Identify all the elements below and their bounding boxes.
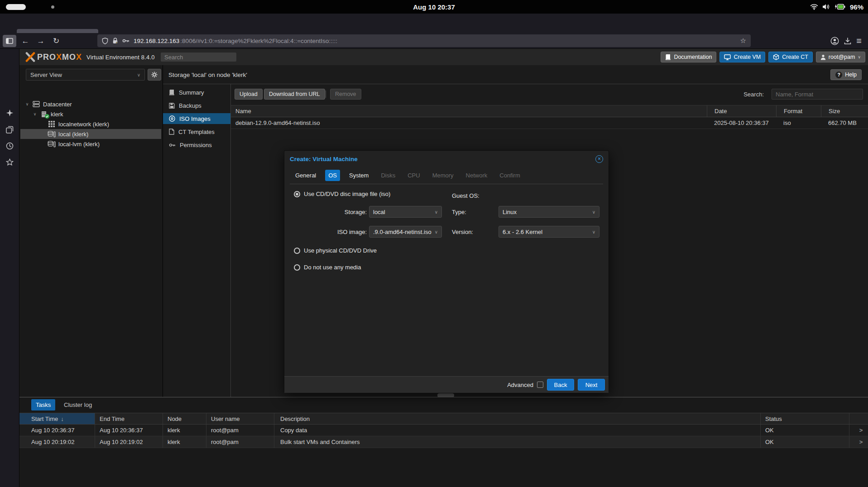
chevron-down-icon: ∨	[592, 229, 595, 234]
option-use-iso[interactable]: Use CD/DVD disc image file (iso)	[294, 191, 390, 197]
reload-button[interactable]: ↻	[50, 35, 62, 47]
url-host: 192.168.122.163	[134, 38, 179, 44]
option-physical-drive[interactable]: Use physical CD/DVD Drive	[294, 247, 377, 254]
save-to-library-icon[interactable]	[844, 37, 852, 45]
tree-config-gear-button[interactable]	[148, 69, 161, 81]
system-clock[interactable]: Aug 10 20:37	[0, 0, 868, 14]
tab-os[interactable]: OS	[325, 170, 340, 181]
iso-search-input[interactable]	[772, 89, 863, 100]
tasks-table-header[interactable]: Start Time↓ End Time Node User name Desc…	[19, 413, 868, 425]
proxmox-x-icon	[25, 52, 36, 62]
tasks-panel: Tasks Cluster log Start Time↓ End Time N…	[19, 397, 868, 487]
iso-table-header[interactable]: Name Date Format Size	[231, 105, 868, 117]
chevron-down-icon: ∨	[435, 210, 438, 215]
question-icon: ?	[835, 72, 842, 78]
system-top-bar: Aug 10 20:37 96%	[0, 0, 868, 14]
tree-item-storage-local[interactable]: local (klerk)	[20, 129, 161, 139]
iso-format: iso	[776, 117, 821, 129]
account-icon[interactable]	[830, 37, 839, 45]
column-header-date: Date	[707, 105, 776, 117]
network-grid-icon	[48, 120, 56, 128]
back-button[interactable]: Back	[547, 379, 574, 391]
splitter-handle[interactable]	[437, 393, 454, 397]
bookmark-star-icon[interactable]: ☆	[740, 37, 746, 45]
dialog-close-icon[interactable]: ×	[595, 155, 603, 163]
chevron-down-icon: ∨	[435, 229, 438, 234]
battery-percent: 96%	[850, 3, 863, 11]
task-row[interactable]: Aug 10 20:36:37 Aug 10 20:36:37 klerk ro…	[19, 425, 868, 436]
node-icon	[40, 110, 48, 118]
storage-select[interactable]: local ∨	[369, 206, 442, 218]
radio-icon	[294, 248, 300, 254]
column-header-name: Name	[231, 105, 707, 117]
ai-sparkle-icon[interactable]	[5, 108, 15, 118]
tab-memory[interactable]: Memory	[429, 170, 457, 181]
tree-item-storage-local-lvm[interactable]: local-lvm (klerk)	[20, 139, 161, 149]
key-permission-icon[interactable]	[122, 38, 129, 43]
tab-general[interactable]: General	[292, 170, 319, 181]
upload-button[interactable]: Upload	[235, 89, 263, 100]
menu-item-permissions[interactable]: Permissions	[163, 139, 230, 150]
create-vm-button[interactable]: Create VM	[719, 52, 765, 62]
pve-global-search-input[interactable]	[161, 53, 236, 62]
tab-disks[interactable]: Disks	[378, 170, 398, 181]
iso-date: 2025-08-10 20:36:37	[707, 117, 776, 129]
row-chevron-icon: >	[849, 436, 868, 448]
help-button[interactable]: ? Help	[830, 69, 862, 80]
tree-item-node-klerk[interactable]: ∨ klerk	[20, 109, 161, 119]
storage-menu-panel: Summary Backups ISO Images CT Templates …	[163, 84, 231, 397]
url-bar[interactable]: 192.168.122.163 :8006/#v1:0:=storage%2Fk…	[97, 34, 751, 47]
tab-network[interactable]: Network	[463, 170, 491, 181]
shield-icon[interactable]	[102, 38, 108, 44]
sidebar-toggle-button[interactable]	[3, 35, 16, 47]
tree-item-datacenter[interactable]: ∨ Datacenter	[20, 99, 161, 109]
tab-system[interactable]: System	[346, 170, 372, 181]
version-select[interactable]: 6.x - 2.6 Kernel ∨	[499, 226, 599, 238]
download-from-url-button[interactable]: Download from URL	[264, 89, 325, 100]
resource-tree-panel: Server View ∨ ∨ Datacenter ∨ klerk	[19, 65, 163, 397]
battery-icon	[834, 4, 846, 10]
next-button[interactable]: Next	[578, 379, 605, 391]
back-button[interactable]: ←	[19, 35, 32, 47]
iso-image-select[interactable]: .9.0-amd64-netinst.iso ∨	[369, 226, 442, 238]
remove-button[interactable]: Remove	[330, 89, 361, 100]
tab-stack-icon[interactable]	[5, 124, 15, 135]
menu-item-backups[interactable]: Backups	[163, 100, 230, 111]
advanced-label: Advanced	[507, 382, 533, 388]
cube-icon	[773, 54, 779, 60]
type-select[interactable]: Linux ∨	[499, 206, 599, 218]
menu-item-ct-templates[interactable]: CT Templates	[163, 126, 230, 137]
chevron-down-icon: ∨	[137, 72, 140, 77]
monitor-icon	[724, 54, 731, 60]
menu-hamburger-icon[interactable]: ≡	[856, 36, 862, 46]
tab-cpu[interactable]: CPU	[404, 170, 423, 181]
browser-tab-bar: klerk - Proxmox Virtual En × + ∨ ×	[0, 14, 868, 33]
view-selector-dropdown[interactable]: Server View ∨	[26, 69, 145, 81]
advanced-checkbox[interactable]	[537, 382, 543, 388]
forward-button[interactable]: →	[34, 35, 47, 47]
task-row[interactable]: Aug 10 20:19:02 Aug 10 20:19:02 klerk ro…	[19, 436, 868, 448]
tree-item-localnetwork[interactable]: localnetwork (klerk)	[20, 119, 161, 129]
book-icon	[169, 89, 175, 95]
user-menu-button[interactable]: root@pam ∨	[816, 52, 865, 62]
option-no-media[interactable]: Do not use any media	[294, 264, 361, 271]
tab-cluster-log[interactable]: Cluster log	[59, 399, 96, 411]
pve-version: Virtual Environment 8.4.0	[86, 54, 155, 61]
create-ct-button[interactable]: Create CT	[768, 52, 813, 62]
tab-confirm[interactable]: Confirm	[496, 170, 523, 181]
tab-tasks[interactable]: Tasks	[31, 399, 55, 411]
floppy-icon	[169, 103, 175, 109]
lock-icon[interactable]	[112, 38, 118, 44]
system-tray[interactable]: 96%	[810, 0, 863, 14]
iso-size: 662.70 MB	[821, 117, 868, 129]
history-clock-icon[interactable]	[5, 141, 15, 151]
dialog-header[interactable]: Create: Virtual Machine ×	[284, 151, 609, 167]
menu-item-summary[interactable]: Summary	[163, 87, 230, 98]
iso-table-row[interactable]: debian-12.9.0-amd64-netinst.iso 2025-08-…	[231, 117, 868, 129]
documentation-button[interactable]: Documentation	[661, 52, 716, 62]
status-ok-check-icon	[45, 114, 49, 119]
storage-icon	[48, 130, 56, 138]
wifi-icon	[810, 4, 818, 10]
bookmarks-star-icon[interactable]	[5, 157, 15, 167]
menu-item-iso-images[interactable]: ISO Images	[163, 113, 230, 124]
